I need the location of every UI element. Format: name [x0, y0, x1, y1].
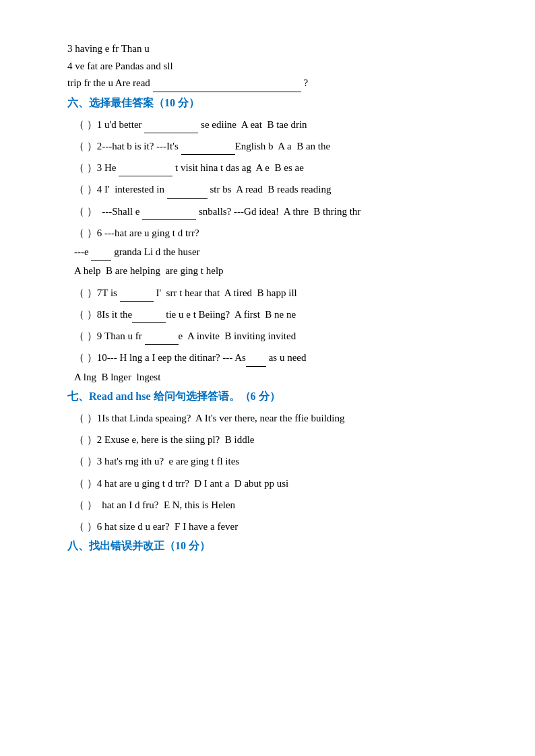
intro-line1: 3 having e fr Than u	[67, 40, 481, 58]
section7-q6: （ ）6 hat size d u ear? F I have a fever	[67, 518, 481, 535]
section6-q10-sub: A lng B lnger lngest	[74, 368, 481, 386]
blank-6-9	[145, 344, 179, 345]
section7-header: 七、Read and hse 给问句选择答语。（6 分）	[67, 390, 481, 404]
intro-line2: 4 ve fat are Pandas and sll	[67, 58, 481, 75]
blank-6-6	[91, 260, 111, 261]
section8-header: 八、找出错误并改正（10 分）	[67, 539, 481, 553]
section6-q6: （ ）6 ---hat are u ging t d trr? ---e gra…	[67, 224, 481, 280]
blank-6-5	[142, 219, 196, 220]
section6-q4: （ ）4 I' interested in str bs A read B re…	[67, 180, 481, 198]
section7-q1: （ ）1Is that Linda speaing? A It's ver th…	[67, 409, 481, 427]
intro-section: 3 having e fr Than u 4 ve fat are Pandas…	[67, 40, 481, 92]
blank-6-7	[120, 301, 154, 302]
section7-q2: （ ）2 Exuse e, here is the siing pl? B id…	[67, 431, 481, 448]
blank-6-1	[144, 133, 198, 133]
section6-q7: （ ）7T is I' srr t hear that A tired B ha…	[67, 284, 481, 302]
intro-blank	[153, 92, 301, 92]
blank-6-10	[246, 366, 266, 367]
blank-6-4	[167, 198, 208, 199]
section6-q6-sub1: ---e granda Li d the huser	[74, 243, 481, 261]
blank-6-3	[119, 176, 172, 176]
blank-6-8	[132, 322, 166, 323]
section6-q5: （ ） ---Shall e snballs? ---Gd idea! A th…	[67, 203, 481, 220]
section6-q1: （ ）1 u'd better se ediine A eat B tae dr…	[67, 116, 481, 133]
section6-q3: （ ）3 He t visit hina t das ag A e B es a…	[67, 159, 481, 176]
section6-q9: （ ）9 Than u fr e A invite B inviting inv…	[67, 327, 481, 345]
section7-q5: （ ） hat an I d fru? E N, this is Helen	[67, 496, 481, 514]
blank-6-2	[181, 154, 235, 155]
section6-q2: （ ）2---hat b is it? ---It's English b A …	[67, 137, 481, 155]
intro-line3: trip fr the u Are read ?	[67, 75, 481, 92]
section6-q6-sub2: A help B are helping are ging t help	[74, 262, 481, 279]
section6-q8: （ ）8Is it thetie u e t Beiing? A first B…	[67, 306, 481, 323]
section7-q4: （ ）4 hat are u ging t d trr? D I ant a D…	[67, 475, 481, 492]
section6-q10: （ ）10--- H lng a I eep the ditinar? --- …	[67, 349, 481, 386]
section7-q3: （ ）3 hat's rng ith u? e are ging t fl it…	[67, 452, 481, 470]
section6-header: 六、选择最佳答案（10 分）	[67, 96, 481, 110]
